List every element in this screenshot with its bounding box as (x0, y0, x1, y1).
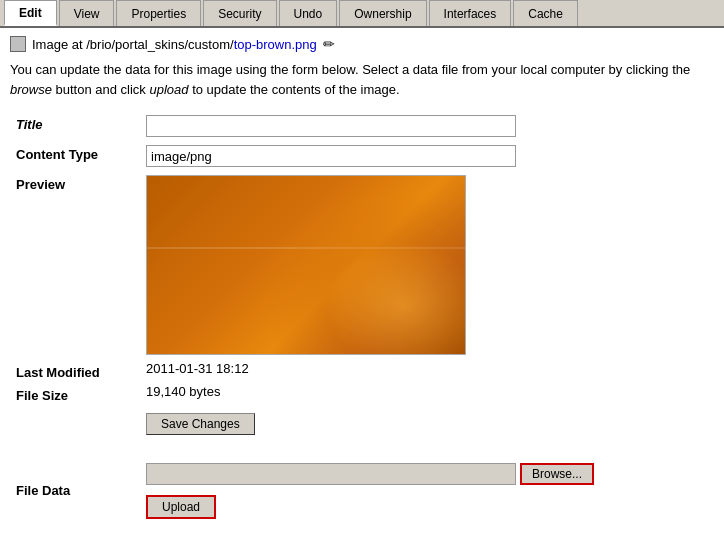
file-input-group: Browse... (146, 463, 708, 485)
title-cell (140, 111, 714, 141)
file-data-row: File Data Browse... Upload (10, 455, 714, 527)
spacer-row (10, 439, 714, 455)
tab-view[interactable]: View (59, 0, 115, 26)
preview-row: Preview (10, 171, 714, 359)
breadcrumb-path: /brio/portal_skins/custom/ (86, 37, 233, 52)
breadcrumb: Image at /brio/portal_skins/custom/top-b… (10, 36, 714, 52)
save-row: Save Changes (10, 405, 714, 439)
last-modified-row: Last Modified 2011-01-31 18:12 (10, 359, 714, 382)
title-label: Title (10, 111, 140, 141)
tab-properties[interactable]: Properties (116, 0, 201, 26)
breadcrumb-text: Image at /brio/portal_skins/custom/top-b… (32, 37, 317, 52)
image-icon (10, 36, 26, 52)
tab-edit[interactable]: Edit (4, 0, 57, 26)
description-text: You can update the data for this image u… (10, 60, 714, 99)
tab-cache[interactable]: Cache (513, 0, 578, 26)
title-input[interactable] (146, 115, 516, 137)
file-size-label: File Size (10, 382, 140, 405)
content-type-input[interactable] (146, 145, 516, 167)
last-modified-value: 2011-01-31 18:12 (140, 359, 714, 382)
save-cell: Save Changes (140, 405, 714, 439)
flower-overlay (265, 194, 465, 354)
edit-form: Title Content Type Preview Last Modified… (10, 111, 714, 527)
file-size-row: File Size 19,140 bytes (10, 382, 714, 405)
save-empty-cell (10, 405, 140, 439)
browse-emphasis: browse (10, 82, 52, 97)
tab-security[interactable]: Security (203, 0, 276, 26)
last-modified-label: Last Modified (10, 359, 140, 382)
title-row: Title (10, 111, 714, 141)
content-type-cell (140, 141, 714, 171)
save-button[interactable]: Save Changes (146, 413, 255, 435)
spacer-cell (10, 439, 714, 455)
upload-emphasis: upload (149, 82, 188, 97)
content-type-label: Content Type (10, 141, 140, 171)
preview-cell (140, 171, 714, 359)
tab-interfaces[interactable]: Interfaces (429, 0, 512, 26)
breadcrumb-prefix: Image at (32, 37, 83, 52)
file-data-cell: Browse... Upload (140, 455, 714, 527)
pencil-icon[interactable]: ✏ (323, 36, 335, 52)
browse-button[interactable]: Browse... (520, 463, 594, 485)
upload-button[interactable]: Upload (146, 495, 216, 519)
content-area: Image at /brio/portal_skins/custom/top-b… (0, 28, 724, 535)
file-size-value: 19,140 bytes (140, 382, 714, 405)
tab-undo[interactable]: Undo (279, 0, 338, 26)
breadcrumb-link[interactable]: top-brown.png (234, 37, 317, 52)
preview-label: Preview (10, 171, 140, 359)
upload-group: Upload (146, 491, 708, 519)
file-data-label: File Data (10, 455, 140, 527)
content-type-row: Content Type (10, 141, 714, 171)
tab-bar: Edit View Properties Security Undo Owner… (0, 0, 724, 28)
tab-ownership[interactable]: Ownership (339, 0, 426, 26)
preview-image (146, 175, 466, 355)
file-data-input[interactable] (146, 463, 516, 485)
